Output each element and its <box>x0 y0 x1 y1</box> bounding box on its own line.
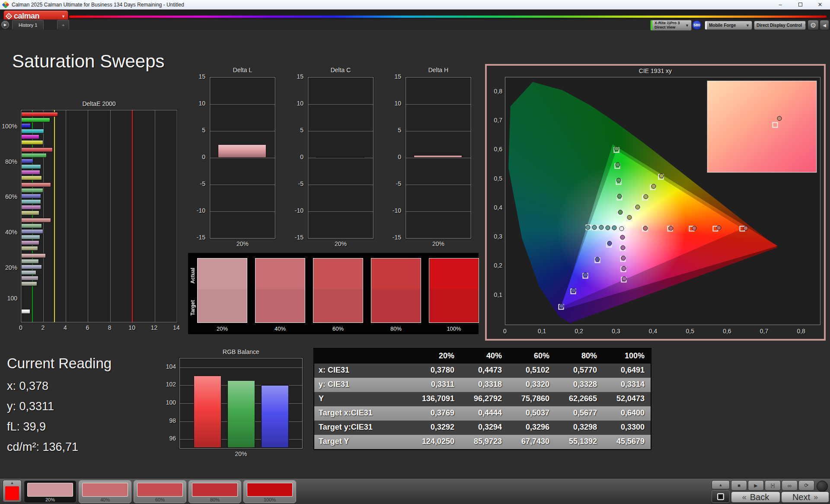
stop-measure-button[interactable]: ■ <box>731 480 747 491</box>
delta-y-tick: -5 <box>290 180 303 187</box>
cie-measured-marker-green <box>615 162 620 167</box>
loop-measure-button[interactable]: ⟳ <box>798 480 814 491</box>
table-column-header: 40% <box>460 349 508 364</box>
delta-y-tick: -10 <box>290 207 303 214</box>
cie-measured-marker-cyan <box>605 225 610 230</box>
pattern-window-button[interactable] <box>712 490 730 503</box>
history-nav-button[interactable]: ▶ <box>1 21 9 29</box>
rgb-y-tick: 102 <box>160 381 176 388</box>
deltae-bar <box>21 218 51 223</box>
deltae-bar <box>21 134 39 139</box>
table-row: Target y:CIE310,32920,32940,32960,32980,… <box>314 421 651 435</box>
minimize-button[interactable]: – <box>770 0 790 9</box>
table-value-cell: 75,7860 <box>508 392 555 406</box>
table-row-label: y: CIE31 <box>314 378 413 392</box>
swatch-label: 20% <box>197 325 247 332</box>
table-value-cell: 67,7430 <box>508 435 555 449</box>
cie-x-tick: 0 <box>498 328 511 335</box>
current-reading-x: x: 0,378 <box>7 380 48 393</box>
deltae-bar <box>21 276 38 281</box>
table-row-label: Target Y <box>314 435 413 449</box>
delta-y-tick: 15 <box>192 73 205 80</box>
table-value-cell: 0,5677 <box>555 406 603 421</box>
delta-gridline <box>406 158 471 158</box>
rgb-balance-x-label: 20% <box>179 450 303 457</box>
meter-dropdown[interactable]: X-Rite i1Pro 3 Direct View ▼ <box>650 20 692 31</box>
deltae-reference-line <box>132 110 133 322</box>
pattern-button-40%[interactable]: 40% <box>79 480 131 503</box>
deltae-group-label: 100 <box>0 295 17 302</box>
display-control-dropdown[interactable]: Direct Display Control ▼ <box>754 21 806 30</box>
next-button[interactable]: Next » <box>781 491 829 503</box>
cie-y-tick: 0,7 <box>489 117 502 124</box>
add-tab-button[interactable]: + <box>57 20 69 29</box>
workflow-dropdown[interactable]: Mobile Forge ▼ <box>705 21 752 30</box>
table-value-cell: 0,4444 <box>460 406 508 421</box>
rgb-balance-chart <box>179 358 303 449</box>
swatch-label: 100% <box>429 325 479 332</box>
pattern-button-20%[interactable]: 20% <box>24 480 77 503</box>
cie-y-tick: 0,5 <box>489 175 502 182</box>
pattern-button-60%[interactable]: 60% <box>134 480 186 503</box>
delta-y-tick: 0 <box>290 153 303 160</box>
table-value-cell: 0,5770 <box>555 364 603 378</box>
delta-gridline <box>308 104 373 105</box>
deltae-bar <box>21 182 51 187</box>
table-value-cell: 0,3780 <box>413 364 460 378</box>
deltae-bar <box>21 309 30 314</box>
deltae-bar <box>21 118 50 122</box>
table-value-cell: 0,3294 <box>460 421 508 435</box>
deltae-gridline <box>88 110 88 322</box>
delta-bar <box>414 155 462 158</box>
table-value-cell: 0,4473 <box>460 364 508 378</box>
deltae-x-tick: 8 <box>105 324 115 331</box>
table-value-cell: 0,6491 <box>603 364 651 378</box>
close-button[interactable]: ✕ <box>810 0 830 9</box>
collapse-panel-button[interactable]: ◀ <box>820 20 829 30</box>
back-button[interactable]: « Back <box>731 491 780 503</box>
maximize-button[interactable] <box>790 0 810 9</box>
delta-gridline <box>210 131 275 131</box>
delta-gridline <box>210 104 275 105</box>
table-value-cell: 0,6400 <box>603 406 651 421</box>
table-column-header: 60% <box>508 349 555 364</box>
deltae-bar <box>21 235 40 239</box>
table-value-cell: 62,2665 <box>555 392 603 406</box>
cie-x-tick: 0,4 <box>647 328 660 335</box>
delta-y-tick: -10 <box>192 207 205 214</box>
deltae-group-label: 80% <box>0 158 17 165</box>
pattern-window-toggle[interactable]: ▲ <box>3 480 22 502</box>
tab-history-1[interactable]: History 1 <box>12 20 44 29</box>
expand-controls-button[interactable]: ▲ <box>712 480 730 489</box>
deltae-bar <box>21 164 41 169</box>
meter-badge: 580 <box>692 20 702 30</box>
settings-button[interactable]: ⚙ <box>808 20 819 30</box>
chevron-down-icon: ▼ <box>685 23 691 28</box>
cie-measured-marker-magenta <box>621 255 626 260</box>
chevron-down-icon: ▼ <box>804 23 806 28</box>
play-measure-button[interactable]: ▶ <box>748 480 764 491</box>
deltae-bar <box>21 175 42 180</box>
table-column-header: 80% <box>555 349 603 364</box>
deltae-bar <box>21 259 39 264</box>
delta-h-title: Delta H <box>405 67 471 73</box>
current-reading-title: Current Reading <box>7 355 112 372</box>
pattern-button-80%[interactable]: 80% <box>188 480 241 503</box>
delta-y-tick: 0 <box>388 153 401 160</box>
deltae-bar <box>21 211 39 215</box>
deltae-bar <box>21 265 42 269</box>
cie-x-axis: 00,10,20,30,40,50,60,70,8 <box>505 327 820 335</box>
deltae-x-tick: 6 <box>82 324 93 331</box>
deltae-bar <box>21 246 38 251</box>
continuous-measure-button[interactable]: ∞ <box>782 480 798 491</box>
pattern-button-100%[interactable]: 100% <box>243 480 296 503</box>
cie-measured-marker-cyan <box>612 225 617 230</box>
swatch-actual <box>198 258 247 289</box>
delta-y-tick: 5 <box>192 127 205 134</box>
delta-gridline <box>308 211 373 212</box>
single-measure-button[interactable]: [•] <box>765 480 781 491</box>
cie-x-tick: 0,6 <box>721 328 734 335</box>
table-value-cell: 0,3320 <box>508 378 555 392</box>
swatch-target <box>371 289 421 322</box>
pattern-swatch <box>137 483 183 497</box>
